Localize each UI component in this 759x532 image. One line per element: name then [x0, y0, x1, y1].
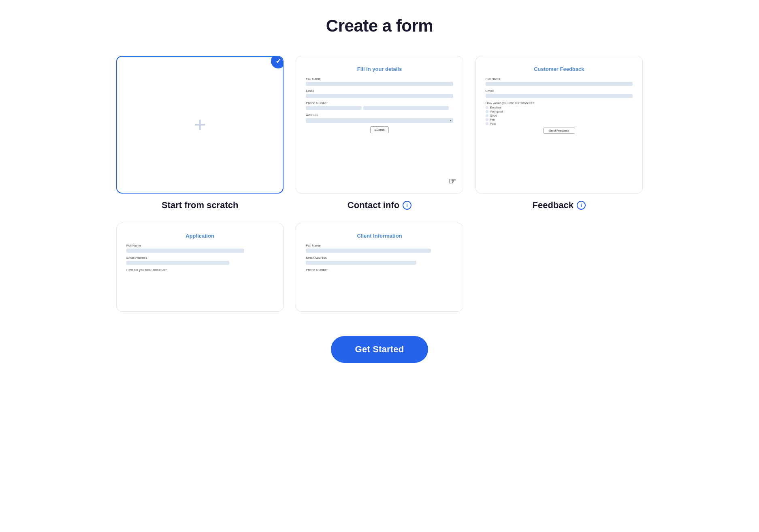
card-scratch[interactable]: ✓ + — [116, 56, 284, 194]
page-title: Create a form — [326, 16, 433, 36]
card-feedback[interactable]: Customer Feedback Full Name Email How wo… — [475, 56, 643, 194]
application-preview-title: Application — [126, 233, 273, 239]
contact-info-icon[interactable]: i — [403, 201, 411, 210]
card-client-info-inner: Client Information Full Name Email Addre… — [296, 223, 463, 281]
card-feedback-inner: Customer Feedback Full Name Email How wo… — [476, 56, 642, 142]
card-contact-info-inner: Fill in your details Full Name Email Pho… — [296, 56, 463, 141]
card-wrapper-scratch: ✓ + Start from scratch — [116, 56, 284, 211]
cards-row1: ✓ + Start from scratch Fill in your deta… — [116, 56, 643, 211]
select-arrow-icon: ▾ — [450, 119, 452, 122]
card-wrapper-feedback: Customer Feedback Full Name Email How wo… — [475, 56, 643, 211]
cursor-icon: ☞ — [448, 176, 456, 187]
card-contact-info-label: Contact info i — [348, 200, 411, 211]
feedback-preview-title: Customer Feedback — [486, 66, 633, 72]
card-contact-info[interactable]: Fill in your details Full Name Email Pho… — [296, 56, 463, 194]
client-info-preview-title: Client Information — [306, 233, 453, 239]
card-feedback-label: Feedback i — [533, 200, 586, 211]
card-wrapper-empty — [475, 223, 643, 312]
card-wrapper-contact-info: Fill in your details Full Name Email Pho… — [296, 56, 463, 211]
feedback-send-preview-btn: Send Feedback — [543, 128, 575, 134]
card-wrapper-application: Application Full Name Email Address How … — [116, 223, 284, 312]
card-application[interactable]: Application Full Name Email Address How … — [116, 223, 284, 312]
add-icon: + — [194, 114, 206, 135]
contact-info-preview-title: Fill in your details — [306, 66, 453, 72]
card-client-info[interactable]: Client Information Full Name Email Addre… — [296, 223, 463, 312]
card-wrapper-client-info: Client Information Full Name Email Addre… — [296, 223, 463, 312]
card-scratch-label: Start from scratch — [162, 200, 239, 211]
feedback-info-icon[interactable]: i — [577, 201, 586, 210]
cards-row2: Application Full Name Email Address How … — [116, 223, 643, 312]
card-application-inner: Application Full Name Email Address How … — [117, 223, 283, 281]
contact-submit-preview-btn: Submit — [370, 126, 389, 133]
selected-check-icon: ✓ — [271, 56, 284, 68]
get-started-button[interactable]: Get Started — [331, 336, 429, 363]
